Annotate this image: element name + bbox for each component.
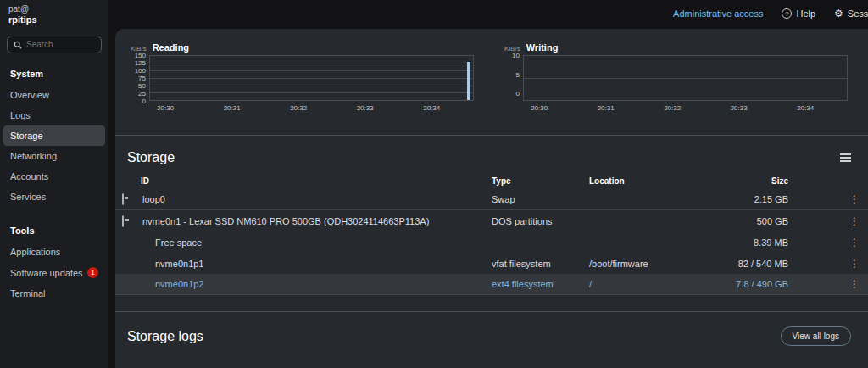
table-row-free-space[interactable]: Free space 8.39 MB ⋮ xyxy=(115,231,868,253)
sidebar: pat@ rpitips System Overview Logs Storag… xyxy=(0,0,108,368)
row-menu-kebab-icon[interactable]: ⋮ xyxy=(837,259,860,268)
sidebar-item-storage[interactable]: Storage xyxy=(3,125,105,146)
nav-section-system: System xyxy=(0,57,108,85)
sidebar-item-services[interactable]: Services xyxy=(0,187,108,207)
writing-y-axis: 10 5 0 xyxy=(503,52,523,98)
sidebar-item-overview[interactable]: Overview xyxy=(0,85,108,105)
sidebar-item-terminal[interactable]: Terminal xyxy=(0,283,108,304)
search-input[interactable] xyxy=(26,40,86,49)
col-type: Type xyxy=(492,176,589,186)
sidebar-item-software-updates[interactable]: Software updates 1 xyxy=(0,262,108,283)
session-menu[interactable]: ⚙ Session xyxy=(834,8,868,20)
storage-menu-icon[interactable] xyxy=(838,150,853,165)
table-row-nvme0n1[interactable]: nvme0n1 - Lexar SSD NM610 PRO 500GB (QDH… xyxy=(115,210,868,231)
gridline xyxy=(524,78,847,79)
view-all-logs-button[interactable]: View all logs xyxy=(781,326,851,346)
storage-table-header: ID Type Location Size xyxy=(115,172,868,189)
host-name: rpitips xyxy=(8,14,100,25)
session-label: Session xyxy=(848,8,868,19)
reading-x-axis: 20:30 20:31 20:32 20:33 20:34 xyxy=(149,101,474,113)
col-location: Location xyxy=(589,176,674,186)
drive-icon xyxy=(122,215,124,227)
sidebar-item-networking[interactable]: Networking xyxy=(0,146,108,166)
gridline xyxy=(150,70,473,71)
masthead: Administrative access ? Help ⚙ Session xyxy=(108,0,868,27)
sidebar-nav: System Overview Logs Storage Networking … xyxy=(0,57,108,304)
administrative-access-link[interactable]: Administrative access xyxy=(673,8,763,19)
reading-chart: KiB/s Reading 150 125 100 75 50 25 0 xyxy=(129,42,474,113)
table-row-nvme0n1p1[interactable]: nvme0n1p1 vfat filesystem /boot/firmware… xyxy=(115,253,868,274)
table-row-loop0[interactable]: loop0 Swap 2.15 GB ⋮ xyxy=(115,189,868,210)
writing-plot-area xyxy=(523,55,848,101)
row-menu-kebab-icon[interactable]: ⋮ xyxy=(837,238,860,247)
table-row-nvme0n1p2[interactable]: nvme0n1p2 ext4 filesystem / 7.8 / 490 GB… xyxy=(115,274,868,295)
reading-plot-area xyxy=(149,55,474,101)
writing-x-axis: 20:30 20:31 20:32 20:33 20:34 xyxy=(523,101,848,113)
row-menu-kebab-icon[interactable]: ⋮ xyxy=(837,195,860,204)
help-icon: ? xyxy=(782,8,792,19)
volume-icon xyxy=(122,193,124,205)
host-switcher[interactable]: pat@ rpitips xyxy=(0,0,108,25)
reading-y-axis: 150 125 100 75 50 25 0 xyxy=(129,52,149,98)
writing-chart-title: Writing xyxy=(526,42,559,53)
col-size: Size xyxy=(674,176,788,186)
row-menu-kebab-icon[interactable]: ⋮ xyxy=(837,280,860,288)
sidebar-item-applications[interactable]: Applications xyxy=(0,242,108,262)
nav-section-tools: Tools xyxy=(0,214,108,242)
host-user: pat@ xyxy=(8,4,100,14)
gridline xyxy=(150,92,473,93)
gridline xyxy=(150,86,473,86)
row-menu-kebab-icon[interactable]: ⋮ xyxy=(837,217,860,226)
reading-chart-title: Reading xyxy=(153,42,189,53)
updates-count-badge: 1 xyxy=(87,267,98,278)
read-spike-datapoint xyxy=(467,62,470,100)
col-id: ID xyxy=(141,176,492,186)
search-icon xyxy=(14,41,22,49)
storage-section-title: Storage xyxy=(127,150,175,165)
sidebar-item-accounts[interactable]: Accounts xyxy=(0,166,108,187)
storage-page-card: KiB/s Reading 150 125 100 75 50 25 0 xyxy=(115,29,868,368)
gear-icon: ⚙ xyxy=(834,8,843,20)
storage-logs-title: Storage logs xyxy=(127,329,203,344)
sidebar-item-logs[interactable]: Logs xyxy=(0,105,108,125)
help-menu[interactable]: ? Help xyxy=(782,8,815,19)
search-box[interactable] xyxy=(7,36,102,53)
sidebar-item-label: Software updates xyxy=(10,268,83,278)
io-charts: KiB/s Reading 150 125 100 75 50 25 0 xyxy=(115,29,868,113)
gridline xyxy=(150,64,473,64)
writing-chart: KiB/s Writing 10 5 0 20:30 20:31 20:32 2… xyxy=(503,42,848,113)
help-label: Help xyxy=(796,8,815,19)
gridline xyxy=(150,78,473,79)
